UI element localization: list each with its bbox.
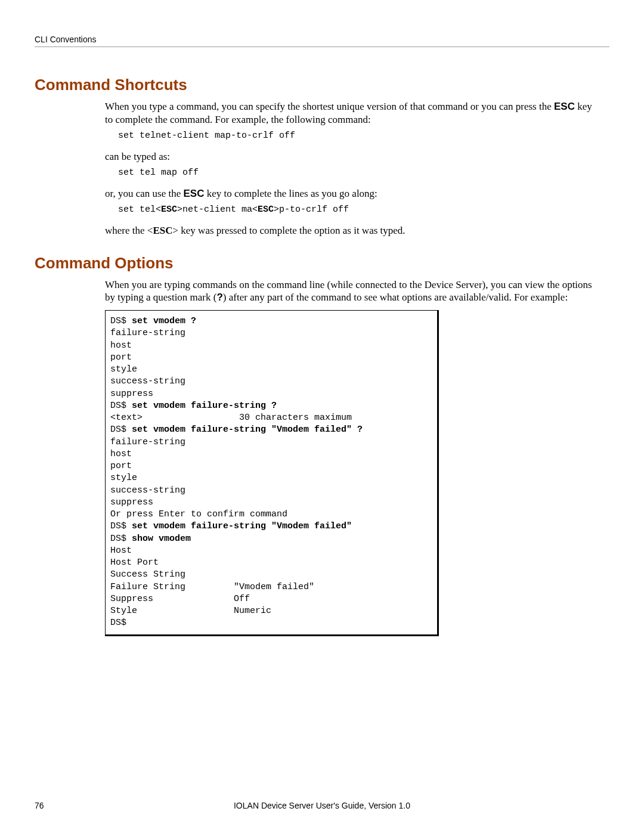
page: CLI Conventions Command Shortcuts When y… [0,0,644,660]
output-line: Host [110,546,132,556]
output-line: Host Port [110,558,159,568]
cmd: set vmodem failure-string "Vmodem failed… [132,521,352,531]
output-line: Success String [110,569,185,580]
code-text: >p-to-crlf off [274,205,349,215]
code-text: >net-client ma< [177,205,258,215]
esc-keycap: ESC [184,188,205,199]
output-line: host [110,449,132,459]
section-shortcuts-body: When you type a command, you can specify… [105,100,602,237]
output-line: Or press Enter to confirm command [110,509,287,519]
prompt: DS$ [110,401,132,411]
output-line: port [110,461,132,471]
output-line: port [110,352,132,363]
section-heading-options: Command Options [35,254,609,272]
output-line: host [110,340,132,351]
text: > key was pressed to complete the option… [172,225,405,236]
cmd: set vmodem ? [132,316,196,326]
footer-text: IOLAN Device Server User's Guide, Versio… [35,801,609,810]
cmd: show vmodem [132,534,191,544]
esc-keycap: ESC [554,101,575,112]
code-block: set tel map off [105,167,602,179]
output-line: <text> 30 characters maximum [110,413,352,423]
cmd: set vmodem failure-string "Vmodem failed… [132,425,363,435]
output-line: style [110,364,137,374]
output-line: failure-string [110,328,185,338]
text: or, you can use the [105,188,184,199]
text: key to complete the lines as you go alon… [204,188,377,199]
esc-keycap: ESC [258,205,274,215]
paragraph: When you are typing commands on the comm… [105,278,602,305]
esc-keycap: ESC [153,225,172,236]
running-header: CLI Conventions [35,35,609,44]
paragraph: where the <ESC> key was pressed to compl… [105,224,602,237]
section-heading-shortcuts: Command Shortcuts [35,76,609,94]
text: where the < [105,225,153,236]
paragraph: or, you can use the ESC key to complete … [105,187,602,200]
paragraph: can be typed as: [105,150,602,163]
section-options-body: When you are typing commands on the comm… [105,278,602,636]
code-block: set tel<ESC>net-client ma<ESC>p-to-crlf … [105,204,602,216]
output-line: suppress [110,497,153,507]
header-rule [35,47,609,47]
text: When you type a command, you can specify… [105,101,554,112]
text: ) after any part of the command to see w… [223,292,568,303]
paragraph: When you type a command, you can specify… [105,100,602,126]
cmd: set vmodem failure-string ? [132,401,277,411]
page-footer: 76 IOLAN Device Server User's Guide, Ver… [35,801,609,810]
code-block: set telnet-client map-to-crlf off [105,130,602,142]
esc-keycap: ESC [161,205,177,215]
prompt: DS$ [110,316,132,326]
output-line: Suppress Off [110,594,250,604]
output-line: Style Numeric [110,606,271,616]
output-line: style [110,473,137,483]
prompt: DS$ [110,425,132,435]
output-line: Failure String "Vmodem failed" [110,582,314,592]
output-line: suppress [110,389,153,399]
code-text: set tel< [118,205,161,215]
prompt: DS$ [110,534,132,544]
output-line: success-string [110,376,185,386]
output-line: DS$ [110,618,126,628]
terminal-output-box: DS$ set vmodem ? failure-string host por… [105,310,439,636]
question-mark-keycap: ? [216,292,222,303]
output-line: failure-string [110,437,185,447]
output-line: success-string [110,485,185,496]
prompt: DS$ [110,521,132,531]
